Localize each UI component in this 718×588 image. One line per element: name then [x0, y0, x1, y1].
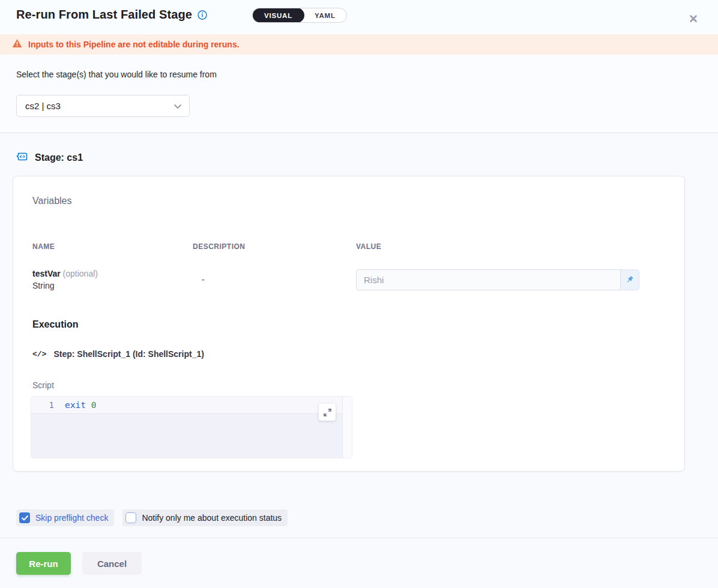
variables-table: NAME DESCRIPTION VALUE testVar (optional…	[32, 242, 665, 290]
variable-type: String	[32, 281, 193, 290]
variable-name-cell: testVar (optional) String	[32, 269, 193, 290]
stage-select-section: Select the stage(s) that you would like …	[0, 55, 718, 133]
variables-heading: Variables	[32, 196, 72, 206]
expand-icon[interactable]	[319, 404, 336, 421]
variable-value-input[interactable]	[356, 269, 620, 290]
stage-card: Variables NAME DESCRIPTION VALUE testVar…	[13, 176, 685, 472]
stage-select-dropdown[interactable]: cs2 | cs3	[16, 95, 190, 117]
cancel-button[interactable]: Cancel	[82, 552, 142, 575]
code-token-keyword: exit	[65, 400, 86, 410]
table-row: testVar (optional) String -	[32, 269, 665, 290]
stage-select-value: cs2 | cs3	[25, 101, 173, 111]
visual-yaml-toggle: VISUAL YAML	[252, 8, 347, 23]
rerun-button[interactable]: Re-run	[16, 552, 71, 575]
tab-visual[interactable]: VISUAL	[252, 8, 304, 23]
custom-stage-icon	[16, 151, 29, 165]
stage-title: Stage: cs1	[35, 152, 83, 163]
close-icon[interactable]: ✕	[689, 13, 698, 25]
modal-footer: Re-run Cancel	[0, 538, 718, 588]
col-header-value: VALUE	[356, 242, 665, 251]
rerun-modal: Re-run From Last Failed Stage VISUAL YAM…	[0, 0, 718, 588]
page-title: Re-run From Last Failed Stage	[16, 8, 192, 22]
stage-select-label: Select the stage(s) that you would like …	[16, 70, 217, 79]
skip-preflight-option[interactable]: Skip preflight check	[16, 509, 114, 526]
pin-icon[interactable]	[620, 269, 639, 290]
variable-name: testVar	[32, 269, 61, 278]
script-editor[interactable]: 1 exit 0	[31, 396, 352, 458]
tab-yaml[interactable]: YAML	[304, 8, 346, 22]
checkbox-unchecked-icon[interactable]	[125, 512, 136, 523]
code-line: 1 exit 0	[31, 397, 342, 414]
code-icon: </>	[32, 350, 46, 359]
skip-preflight-label: Skip preflight check	[35, 513, 108, 523]
info-icon[interactable]	[198, 10, 207, 20]
step-label: Step: ShellScript_1 (Id: ShellScript_1)	[53, 349, 204, 359]
col-header-description: DESCRIPTION	[193, 242, 356, 251]
notify-me-option[interactable]: Notify only me about execution status	[122, 509, 288, 526]
script-label: Script	[32, 380, 54, 390]
stage-heading: Stage: cs1	[16, 151, 83, 165]
modal-header: Re-run From Last Failed Stage VISUAL YAM…	[0, 0, 718, 34]
line-number: 1	[31, 400, 65, 410]
step-heading: </> Step: ShellScript_1 (Id: ShellScript…	[32, 349, 204, 359]
execution-heading: Execution	[32, 319, 78, 330]
variable-value-group	[356, 269, 639, 290]
variable-description: -	[193, 275, 356, 284]
warning-icon	[12, 38, 22, 50]
code-token-number: 0	[86, 400, 96, 410]
warning-text: Inputs to this Pipeline are not editable…	[28, 40, 240, 49]
notify-me-label: Notify only me about execution status	[142, 513, 282, 523]
variable-optional: (optional)	[61, 269, 98, 278]
options-row: Skip preflight check Notify only me abou…	[16, 509, 288, 526]
editor-scrollbar[interactable]	[342, 397, 352, 458]
col-header-name: NAME	[32, 242, 193, 251]
main-content: Stage: cs1 Variables NAME DESCRIPTION VA…	[0, 133, 718, 538]
checkbox-checked-icon[interactable]	[19, 512, 30, 523]
warning-banner: Inputs to this Pipeline are not editable…	[0, 34, 718, 55]
chevron-down-icon	[173, 101, 182, 112]
